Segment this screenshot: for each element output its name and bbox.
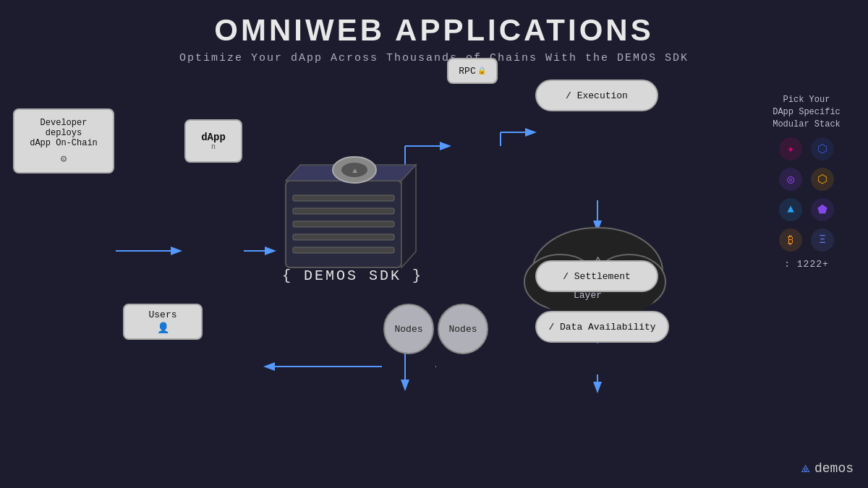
demos-text: demos — [814, 461, 854, 476]
dapp-box: dApp n — [184, 119, 242, 163]
svg-rect-12 — [286, 181, 401, 267]
svg-marker-13 — [286, 165, 416, 181]
stack-title: Pick Your DApp Specific Modular Stack — [760, 94, 854, 130]
polkadot-icon: ✦ — [779, 137, 802, 160]
rpc-box: RPC 🔒 — [447, 58, 498, 84]
execution-label: / Execution — [566, 90, 628, 101]
background: OMNIWEB APPLICATIONS Optimize Your dApp … — [0, 0, 868, 488]
main-title: OMNIWEB APPLICATIONS — [0, 13, 868, 48]
subtitle: Optimize Your dApp Across Thousands of C… — [0, 52, 868, 64]
execution-box: / Execution — [535, 80, 658, 111]
modular-stack: Pick Your DApp Specific Modular Stack ✦ … — [760, 94, 854, 270]
dapp-sub: n — [211, 143, 216, 151]
data-avail-label: / Data Availability — [548, 322, 655, 333]
nodes-label-1: Nodes — [394, 324, 422, 335]
settlement-box: / Settlement — [535, 260, 658, 292]
diagram-arrows: ⟁ ⟁ / Global State Layer — [0, 0, 868, 488]
solana-icon: ◎ — [779, 168, 802, 191]
bitcoin-icon: ₿ — [779, 228, 802, 252]
gear-icon: ⚙ — [61, 153, 67, 165]
icon-row-1: ✦ ⬡ — [760, 137, 854, 160]
svg-point-21 — [341, 163, 367, 177]
header: OMNIWEB APPLICATIONS Optimize Your dApp … — [0, 0, 868, 64]
svg-rect-18 — [293, 234, 394, 240]
demos-logo: ⟁ demos — [801, 459, 854, 477]
sdk-label: { DEMOS SDK } — [282, 267, 423, 284]
icon-row-3: ▲ ⬟ — [760, 198, 854, 221]
developer-box: Developer deploys dApp On-Chain ⚙ — [13, 108, 114, 174]
svg-point-20 — [333, 157, 376, 183]
box-icon: ⬡ — [811, 168, 834, 191]
dapp-label: dApp — [201, 132, 226, 143]
count-label: : 1222+ — [760, 259, 854, 270]
nodes-label-2: Nodes — [448, 324, 477, 335]
arbitrum-icon: ▲ — [779, 198, 802, 221]
demos-symbol: ⟁ — [801, 459, 810, 477]
svg-text:⟁: ⟁ — [352, 165, 357, 175]
rpc-icon: 🔒 — [477, 67, 486, 75]
nodes-circle-2: Nodes — [438, 304, 488, 354]
ethereum-icon: Ξ — [811, 228, 834, 252]
icon-row-2: ◎ ⬡ — [760, 168, 854, 191]
developer-label: Developer deploys dApp On-Chain — [20, 118, 107, 148]
polygon-icon: ⬟ — [811, 198, 834, 221]
rpc-label: RPC — [459, 66, 475, 77]
users-box: Users 👤 — [123, 304, 203, 340]
chainlink-icon: ⬡ — [811, 137, 834, 160]
icon-row-4: ₿ Ξ — [760, 228, 854, 252]
data-availability-box: / Data Availability — [535, 311, 669, 343]
users-icon: 👤 — [157, 322, 169, 334]
nodes-circle-1: Nodes — [383, 304, 434, 354]
svg-rect-19 — [293, 247, 394, 253]
svg-rect-17 — [293, 221, 394, 227]
settlement-label: / Settlement — [563, 271, 631, 282]
svg-rect-15 — [293, 195, 394, 201]
svg-marker-14 — [401, 165, 416, 267]
users-label: Users — [148, 309, 176, 320]
svg-rect-16 — [293, 208, 394, 214]
